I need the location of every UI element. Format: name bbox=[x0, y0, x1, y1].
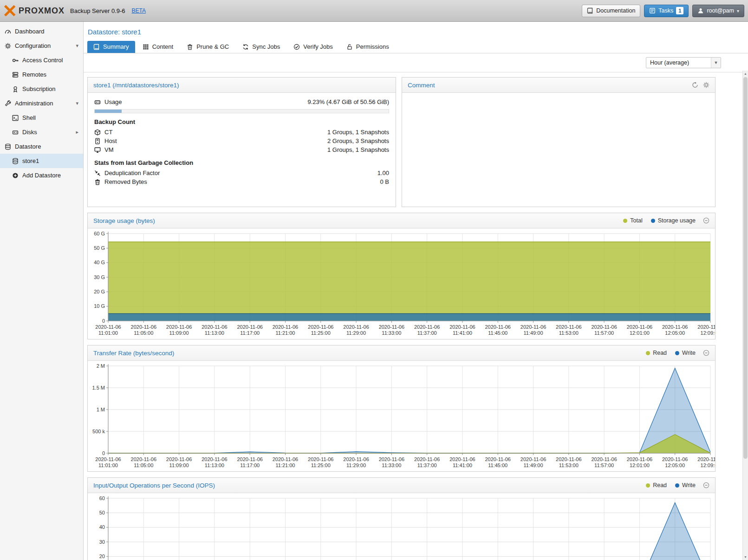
svg-text:2020-11-06: 2020-11-06 bbox=[95, 456, 121, 462]
tab-label: Permissions bbox=[356, 43, 389, 50]
tab-permissions[interactable]: Permissions bbox=[340, 41, 395, 53]
svg-text:11:09:00: 11:09:00 bbox=[169, 330, 189, 336]
vertical-scrollbar[interactable]: ▲ ▼ bbox=[742, 71, 748, 560]
verify-icon bbox=[293, 44, 300, 50]
svg-text:12:01:00: 12:01:00 bbox=[630, 330, 650, 336]
legend-item-storage-usage[interactable]: Storage usage bbox=[651, 217, 696, 224]
svg-text:11:49:00: 11:49:00 bbox=[524, 462, 543, 468]
collapse-icon[interactable] bbox=[703, 482, 709, 488]
documentation-button[interactable]: Documentation bbox=[582, 5, 640, 17]
collapse-icon[interactable] bbox=[703, 217, 709, 224]
sidebar-item-label: Administration bbox=[15, 100, 53, 107]
tab-label: Sync Jobs bbox=[252, 43, 280, 50]
tab-label: Summary bbox=[103, 43, 129, 50]
svg-text:2020-11-06: 2020-11-06 bbox=[662, 456, 688, 462]
gc-stats-row-removed-bytes: Removed Bytes0 B bbox=[94, 177, 389, 186]
tab-prune-gc[interactable]: Prune & GC bbox=[181, 41, 235, 53]
sidebar-item-access-control[interactable]: Access Control bbox=[0, 53, 83, 67]
beta-link[interactable]: BETA bbox=[132, 7, 146, 14]
backup-count-heading: Backup Count bbox=[94, 118, 389, 125]
sidebar-item-datastore[interactable]: Datastore bbox=[0, 139, 83, 154]
sidebar-item-store1[interactable]: store1 bbox=[0, 154, 83, 168]
caret-right-icon[interactable]: ▸ bbox=[76, 129, 78, 135]
svg-text:11:57:00: 11:57:00 bbox=[594, 462, 614, 468]
chart-legend: TotalStorage usage bbox=[623, 217, 696, 224]
backup-count-row-ct: CT1 Groups, 1 Snapshots bbox=[94, 128, 389, 137]
sidebar-item-subscription[interactable]: Subscription bbox=[0, 82, 83, 96]
scrollbar-thumb[interactable] bbox=[743, 77, 748, 459]
legend-dot-icon bbox=[646, 351, 650, 355]
sidebar-item-configuration[interactable]: Configuration▾ bbox=[0, 39, 83, 53]
proxmox-logo: PROXMOX bbox=[4, 5, 65, 16]
scroll-up-arrow-icon[interactable]: ▲ bbox=[743, 71, 748, 77]
hdd-icon bbox=[94, 99, 101, 105]
svg-text:50: 50 bbox=[99, 510, 105, 515]
header-actions: Documentation Tasks 1 root@pam ▾ bbox=[582, 5, 744, 17]
sidebar-item-shell[interactable]: Shell bbox=[0, 111, 83, 125]
svg-text:2020-11-06: 2020-11-06 bbox=[95, 324, 121, 330]
backup-count-row-host: Host2 Groups, 3 Snapshots bbox=[94, 137, 389, 145]
row-value: 1 Groups, 1 Snapshots bbox=[327, 129, 389, 136]
row-label: VM bbox=[104, 146, 114, 153]
sidebar-item-label: Access Control bbox=[22, 57, 63, 64]
sidebar-item-disks[interactable]: Disks▸ bbox=[0, 125, 83, 139]
database-icon bbox=[5, 143, 11, 150]
top-header-bar: PROXMOX Backup Server 0.9-6 BETA Documen… bbox=[0, 0, 748, 22]
legend-item-write[interactable]: Write bbox=[675, 482, 696, 488]
svg-text:20: 20 bbox=[99, 553, 105, 559]
caret-down-icon[interactable]: ▾ bbox=[76, 43, 78, 49]
legend-item-read[interactable]: Read bbox=[646, 350, 667, 356]
svg-text:11:41:00: 11:41:00 bbox=[453, 330, 472, 336]
trash-icon bbox=[94, 179, 101, 185]
page-title: Datastore: store1 bbox=[88, 28, 141, 36]
tab-summary[interactable]: Summary bbox=[87, 41, 135, 53]
sidebar-item-add-datastore[interactable]: Add Datastore bbox=[0, 168, 83, 182]
svg-text:2020-11-06: 2020-11-06 bbox=[131, 324, 156, 330]
comment-panel: Comment bbox=[402, 77, 715, 207]
svg-text:2020-11-06: 2020-11-06 bbox=[202, 324, 227, 330]
sidebar-item-label: Remotes bbox=[22, 71, 46, 78]
legend-item-write[interactable]: Write bbox=[675, 350, 696, 356]
legend-item-read[interactable]: Read bbox=[646, 482, 667, 488]
chart-legend: ReadWrite bbox=[646, 350, 696, 356]
timeframe-select[interactable]: Hour (average) ▼ bbox=[646, 57, 721, 68]
svg-text:2020-11-06: 2020-11-06 bbox=[237, 324, 262, 330]
tab-content[interactable]: Content bbox=[137, 41, 180, 53]
svg-text:2020-11-06: 2020-11-06 bbox=[237, 456, 262, 462]
sidebar-item-remotes[interactable]: Remotes bbox=[0, 67, 83, 82]
tasks-button[interactable]: Tasks 1 bbox=[644, 5, 689, 17]
sidebar-item-dashboard[interactable]: Dashboard bbox=[0, 24, 83, 39]
combo-trigger-icon[interactable]: ▼ bbox=[711, 58, 721, 68]
tab-sync-jobs[interactable]: Sync Jobs bbox=[236, 41, 286, 53]
svg-text:2020-11-06: 2020-11-06 bbox=[202, 456, 227, 462]
caret-down-icon[interactable]: ▾ bbox=[76, 100, 78, 106]
svg-text:11:33:00: 11:33:00 bbox=[382, 462, 401, 468]
svg-text:2020-11-06: 2020-11-06 bbox=[697, 324, 715, 330]
user-menu-button[interactable]: root@pam ▾ bbox=[692, 5, 744, 17]
ribbon-icon bbox=[12, 86, 19, 92]
sidebar-item-administration[interactable]: Administration▾ bbox=[0, 96, 83, 111]
backup-count-rows: CT1 Groups, 1 SnapshotsHost2 Groups, 3 S… bbox=[94, 128, 389, 154]
scroll-down-arrow-icon[interactable]: ▼ bbox=[743, 554, 748, 560]
svg-text:12:09:00: 12:09:00 bbox=[701, 330, 715, 336]
svg-text:2020-11-06: 2020-11-06 bbox=[414, 324, 440, 330]
refresh-icon[interactable] bbox=[692, 82, 698, 88]
tab-verify-jobs[interactable]: Verify Jobs bbox=[287, 41, 339, 53]
backup-count-row-vm: VM1 Groups, 1 Snapshots bbox=[94, 145, 389, 154]
svg-text:2020-11-06: 2020-11-06 bbox=[273, 456, 298, 462]
svg-text:11:09:00: 11:09:00 bbox=[169, 462, 189, 468]
svg-text:2020-11-06: 2020-11-06 bbox=[556, 324, 581, 330]
grid-icon bbox=[143, 44, 149, 50]
svg-text:11:53:00: 11:53:00 bbox=[559, 330, 579, 336]
collapse-icon[interactable] bbox=[703, 350, 709, 356]
legend-item-total[interactable]: Total bbox=[623, 217, 642, 224]
svg-text:12:01:00: 12:01:00 bbox=[630, 462, 650, 468]
chart-toolbar: Hour (average) ▼ bbox=[84, 53, 748, 72]
row-value: 1.00 bbox=[377, 169, 389, 176]
datastore-summary-panel: store1 (/mnt/datastores/store1) Usage 9.… bbox=[87, 77, 396, 207]
settings-gear-icon[interactable] bbox=[703, 82, 709, 88]
comment-body[interactable] bbox=[402, 93, 715, 207]
svg-text:11:25:00: 11:25:00 bbox=[311, 462, 331, 468]
svg-text:11:13:00: 11:13:00 bbox=[205, 462, 224, 468]
svg-text:2020-11-06: 2020-11-06 bbox=[379, 324, 404, 330]
